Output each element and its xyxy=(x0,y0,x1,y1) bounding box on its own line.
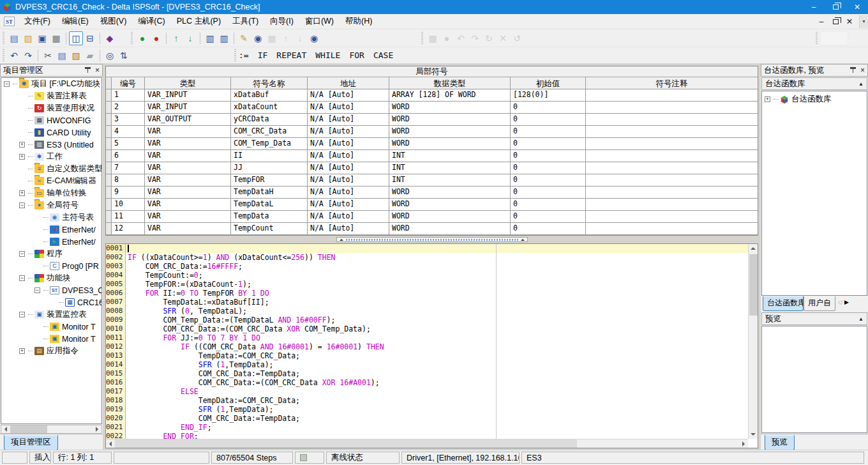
device-monitor-button[interactable]: ▥ xyxy=(203,31,217,45)
scroll-down-icon[interactable] xyxy=(749,430,758,439)
tree-item-ethernet-symbols-1[interactable]: ◄EtherNet/ xyxy=(1,224,101,236)
table-cell[interactable]: N/A [Auto] xyxy=(308,187,389,199)
table-cell[interactable]: N/A [Auto] xyxy=(308,102,389,114)
tab-delta-library[interactable]: 台达函数库 xyxy=(763,296,804,311)
code-line[interactable]: 0019 SFR (1,TempData); xyxy=(106,405,758,414)
table-cell[interactable]: INT xyxy=(389,162,511,174)
close-icon[interactable]: × xyxy=(860,67,865,73)
library-section-header[interactable]: 台达函数库 ▲ xyxy=(761,77,867,90)
table-cell[interactable]: 0 xyxy=(511,174,586,187)
expand-toggle[interactable]: + xyxy=(19,190,25,196)
code-line[interactable]: 0009 COM_Temp_Data:=(TempDataL AND 16#00… xyxy=(106,316,758,324)
print-button[interactable]: ▦ xyxy=(49,31,63,45)
row-gutter[interactable] xyxy=(106,162,112,174)
code-line[interactable]: 0008 SFR (0, TempDataL); xyxy=(106,307,758,316)
row-gutter[interactable] xyxy=(106,138,112,150)
table-cell[interactable]: II xyxy=(231,150,308,162)
tree-item-device-monitor-table[interactable]: −▣装置监控表 xyxy=(1,309,101,321)
scrollbar-thumb[interactable] xyxy=(115,439,577,448)
table-cell[interactable]: TempDataL xyxy=(231,199,308,211)
splitter-collapse-handle[interactable] xyxy=(336,237,528,242)
insert-case-button[interactable]: CASE xyxy=(373,50,393,60)
code-line[interactable]: 0018 TempData:=COM_CRC_Data; xyxy=(106,396,758,405)
menu-view[interactable]: 视图(V) xyxy=(94,15,133,28)
editor-hscrollbar[interactable] xyxy=(106,439,748,448)
table-cell[interactable]: VAR xyxy=(145,223,231,235)
table-cell[interactable]: N/A [Auto] xyxy=(308,162,389,174)
table-cell[interactable]: VAR_INPUT xyxy=(145,102,231,114)
tree-item-device-usage[interactable]: ↻装置使用状况 xyxy=(1,102,101,114)
online-mode-button[interactable]: ● xyxy=(135,31,149,45)
table-cell[interactable]: VAR xyxy=(145,162,231,174)
redo-button[interactable]: ↷ xyxy=(21,49,35,63)
device-monitor-2-button[interactable]: ▥ xyxy=(217,31,231,45)
table-cell[interactable]: [128(0)] xyxy=(511,89,586,102)
table-cell[interactable]: 8 xyxy=(112,174,145,187)
tab-user-defined[interactable]: 用户自 xyxy=(804,296,835,311)
online-edit-button[interactable]: ✎ xyxy=(237,31,251,45)
code-area[interactable]: 00010002IF ((xDataCount>=1) AND (xDataCo… xyxy=(106,244,758,439)
minimize-button[interactable]: – xyxy=(803,0,825,14)
toolbar-overflow-button[interactable]: ▾ xyxy=(859,15,868,28)
table-cell[interactable]: N/A [Auto] xyxy=(308,211,389,223)
table-cell[interactable]: N/A [Auto] xyxy=(308,199,389,211)
table-cell[interactable]: VAR xyxy=(145,174,231,187)
table-cell[interactable]: WORD xyxy=(389,138,511,150)
row-gutter[interactable] xyxy=(106,199,112,211)
table-cell[interactable] xyxy=(586,174,758,187)
tree-item-tasks[interactable]: +✱工作 xyxy=(1,151,101,163)
save-button[interactable]: ▣ xyxy=(35,31,49,45)
tree-item-delta-library[interactable]: + 台达函数库 xyxy=(762,93,867,105)
toolbar-grip[interactable] xyxy=(3,49,4,62)
code-line[interactable]: 0021 END_IF; xyxy=(106,423,758,432)
insert-if-button[interactable]: IF xyxy=(258,50,268,60)
table-cell[interactable] xyxy=(586,187,758,199)
table-cell[interactable]: 5 xyxy=(112,138,145,150)
table-editor-splitter[interactable] xyxy=(105,236,758,243)
tree-item-ethernet-symbols-2[interactable]: ►EtherNet/ xyxy=(1,236,101,248)
table-cell[interactable] xyxy=(586,199,758,211)
menu-help[interactable]: 帮助(H) xyxy=(340,15,378,28)
erase-button[interactable]: ▰ xyxy=(83,49,97,63)
tree-item-application-instructions[interactable]: +▤应用指令 xyxy=(1,345,101,357)
table-cell[interactable]: N/A [Auto] xyxy=(308,150,389,162)
offline-mode-button[interactable]: ● xyxy=(149,31,163,45)
new-project-button[interactable]: ▤ xyxy=(7,31,21,45)
monitor-view-button[interactable]: ◉ xyxy=(307,31,321,45)
table-cell[interactable]: 0 xyxy=(511,187,586,199)
scrollbar-thumb[interactable] xyxy=(10,425,47,433)
table-cell[interactable]: 4 xyxy=(112,126,145,138)
table-cell[interactable]: WORD xyxy=(389,126,511,138)
code-line[interactable]: 0001 xyxy=(106,244,758,253)
download-to-plc-button[interactable]: ↓ xyxy=(183,31,197,45)
table-cell[interactable]: 0 xyxy=(511,211,586,223)
toolbar-grip[interactable] xyxy=(421,32,423,45)
table-cell[interactable]: VAR xyxy=(145,138,231,150)
menu-wizard[interactable]: 向导(I) xyxy=(264,15,299,28)
preview-panel-tab[interactable]: 预览 xyxy=(765,435,795,450)
toolbar-grip[interactable] xyxy=(816,32,818,45)
insert-repeat-button[interactable]: REPEAT xyxy=(276,50,306,60)
code-line[interactable]: 0016 COM_CRC_Data:=(COM_CRC_Data XOR 16#… xyxy=(106,378,758,387)
paste-button[interactable]: ▧ xyxy=(69,49,83,63)
scroll-left-icon[interactable] xyxy=(106,439,115,448)
table-cell[interactable]: 10 xyxy=(112,199,145,211)
table-cell[interactable]: xDataBuf xyxy=(231,89,308,102)
table-cell[interactable] xyxy=(586,102,758,114)
code-line[interactable]: 0020 COM_CRC_Data:=TempData; xyxy=(106,414,758,423)
pin-icon[interactable] xyxy=(850,67,856,73)
table-cell[interactable]: INT xyxy=(389,174,511,187)
collapse-icon[interactable]: ▲ xyxy=(858,81,864,87)
row-gutter[interactable] xyxy=(106,114,112,126)
tree-item-monitor-table-1[interactable]: ▣Monitor T xyxy=(1,321,101,333)
table-cell[interactable] xyxy=(586,162,758,174)
table-cell[interactable]: TempFOR xyxy=(231,174,308,187)
tree-item-device-comment-table[interactable]: ✎装置注释表 xyxy=(1,90,101,102)
mdi-minimize-button[interactable]: – xyxy=(814,16,828,27)
table-cell[interactable]: VAR xyxy=(145,150,231,162)
table-cell[interactable]: 0 xyxy=(511,126,586,138)
insert-while-button[interactable]: WHILE xyxy=(315,50,340,60)
code-line[interactable]: 0011 FOR JJ:=0 TO 7 BY 1 DO xyxy=(106,333,758,342)
expand-toggle[interactable]: + xyxy=(19,142,25,148)
table-cell[interactable] xyxy=(586,114,758,126)
